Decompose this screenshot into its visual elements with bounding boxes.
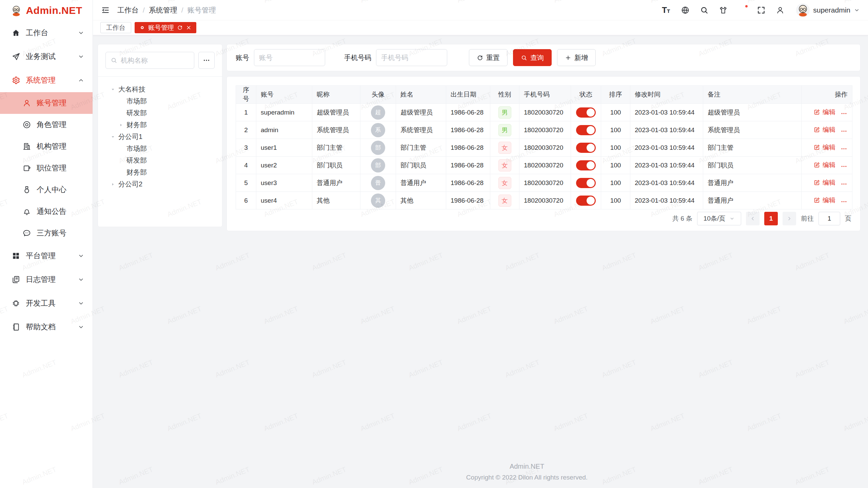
status-toggle[interactable] <box>576 160 596 170</box>
refresh-icon[interactable] <box>177 25 183 30</box>
sidebar-item[interactable]: 帮助文档 <box>0 315 93 339</box>
org-icon <box>22 142 31 151</box>
sidebar-item[interactable]: 日志管理 <box>0 268 93 291</box>
tree-node[interactable]: 财务部 <box>105 119 215 131</box>
status-toggle[interactable] <box>576 125 596 135</box>
breadcrumb-item[interactable]: 工作台 <box>117 5 139 15</box>
cell-birth-date: 1986-06-28 <box>446 139 490 157</box>
tree-node-label: 分公司1 <box>118 132 142 141</box>
sidebar-item[interactable]: 角色管理 <box>0 114 93 136</box>
cell-birth-date: 1986-06-28 <box>446 174 490 192</box>
status-toggle[interactable] <box>576 196 596 206</box>
row-more-button[interactable] <box>840 128 848 135</box>
filter-bar: 账号 手机号码 重置 查询 新增 <box>226 44 861 71</box>
caret-down-icon[interactable] <box>110 134 116 140</box>
tree-node-label: 研发部 <box>126 156 147 165</box>
notification-bell-icon[interactable] <box>738 6 747 15</box>
collapse-sidebar-icon[interactable] <box>101 6 110 15</box>
row-more-button[interactable] <box>840 163 848 170</box>
breadcrumb-item[interactable]: 系统管理 <box>149 5 177 15</box>
status-toggle[interactable] <box>576 143 596 153</box>
close-icon[interactable] <box>186 25 192 30</box>
sidebar-item[interactable]: 账号管理 <box>0 92 93 114</box>
tree-node[interactable]: 财务部 <box>105 166 215 178</box>
sidebar-item[interactable]: 个人中心 <box>0 179 93 201</box>
add-button[interactable]: 新增 <box>557 49 596 66</box>
sidebar-item[interactable]: 通知公告 <box>0 201 93 222</box>
person-icon[interactable] <box>776 6 785 15</box>
cell-gender: 男 <box>490 121 519 139</box>
page-size-select[interactable]: 10条/页 <box>697 212 741 225</box>
edit-button[interactable]: 编辑 <box>813 178 835 187</box>
tree-more-button[interactable] <box>198 52 215 69</box>
table-row: 5user3普通用户普普通用户1986-06-28女18020030720100… <box>236 174 852 192</box>
sidebar-item[interactable]: 系统管理 <box>0 68 93 92</box>
sidebar-item[interactable]: 三方账号 <box>0 222 93 244</box>
row-more-button[interactable] <box>840 145 848 152</box>
user-menu[interactable]: superadmin <box>796 3 860 17</box>
language-icon[interactable] <box>681 6 690 15</box>
tree-node[interactable]: 分公司2 <box>105 178 215 190</box>
org-tree-panel: 大名科技市场部研发部财务部分公司1市场部研发部财务部分公司2 <box>98 44 222 227</box>
org-search-input[interactable] <box>121 57 189 64</box>
sidebar-item[interactable]: 业务测试 <box>0 45 93 68</box>
row-more-button[interactable] <box>840 198 848 205</box>
fullscreen-icon[interactable] <box>757 6 766 15</box>
cell-account: user1 <box>256 139 312 157</box>
goto-page-input[interactable] <box>819 215 840 222</box>
cell-status <box>571 157 601 174</box>
edit-button[interactable]: 编辑 <box>813 161 835 169</box>
cell-status <box>571 104 601 121</box>
font-size-icon[interactable]: TT <box>662 6 671 15</box>
cell-order: 100 <box>601 157 630 174</box>
cell-account: superadmin <box>256 104 312 121</box>
cell-index: 1 <box>236 104 256 121</box>
sidebar: Admin.NET 工作台业务测试系统管理账号管理角色管理机构管理职位管理个人中… <box>0 0 93 488</box>
tree-node[interactable]: 分公司1 <box>105 131 215 143</box>
theme-icon[interactable] <box>719 6 728 15</box>
tree-node[interactable]: 市场部 <box>105 143 215 155</box>
account-input[interactable] <box>254 49 325 66</box>
current-page-button[interactable]: 1 <box>764 212 778 225</box>
edit-button[interactable]: 编辑 <box>813 143 835 152</box>
cell-account: user2 <box>256 157 312 174</box>
sidebar-item[interactable]: 职位管理 <box>0 157 93 179</box>
row-more-button[interactable] <box>840 181 848 187</box>
caret-right-icon[interactable] <box>118 122 124 128</box>
edit-button[interactable]: 编辑 <box>813 196 835 205</box>
tree-node[interactable]: 研发部 <box>105 107 215 119</box>
sidebar-item-label: 职位管理 <box>37 163 66 173</box>
caret-down-icon[interactable] <box>110 87 116 92</box>
tab-active[interactable]: 账号管理 <box>135 22 196 33</box>
reset-button[interactable]: 重置 <box>469 49 508 66</box>
status-toggle[interactable] <box>576 178 596 188</box>
tree-node[interactable]: 大名科技 <box>105 83 215 95</box>
next-page-button[interactable] <box>783 212 796 225</box>
gender-badge: 男 <box>498 106 511 119</box>
phone-input[interactable] <box>376 49 447 66</box>
sidebar-item[interactable]: 机构管理 <box>0 136 93 157</box>
sidebar-item[interactable]: 工作台 <box>0 21 93 45</box>
tree-node[interactable]: 研发部 <box>105 155 215 166</box>
search-button[interactable]: 查询 <box>513 49 552 66</box>
sidebar-item[interactable]: 平台管理 <box>0 244 93 268</box>
edit-icon <box>813 162 820 168</box>
sidebar-item-label: 工作台 <box>26 28 48 38</box>
status-toggle[interactable] <box>576 107 596 118</box>
search-icon[interactable] <box>700 6 709 15</box>
sidebar-item[interactable]: 开发工具 <box>0 291 93 315</box>
avatar: 部 <box>371 141 385 155</box>
column-header: 头像 <box>360 86 396 104</box>
caret-placeholder <box>118 158 124 163</box>
prev-page-button[interactable] <box>746 212 760 225</box>
edit-button[interactable]: 编辑 <box>813 108 835 117</box>
tree-node[interactable]: 市场部 <box>105 95 215 107</box>
row-more-button[interactable] <box>840 110 848 117</box>
cell-gender: 女 <box>490 174 519 192</box>
cell-birth-date: 1986-06-28 <box>446 192 490 209</box>
edit-button[interactable]: 编辑 <box>813 125 835 134</box>
gear-icon <box>12 76 20 85</box>
tab-item[interactable]: 工作台 <box>100 22 131 33</box>
caret-right-icon[interactable] <box>110 182 116 187</box>
page-size-value: 10条/页 <box>704 214 725 223</box>
